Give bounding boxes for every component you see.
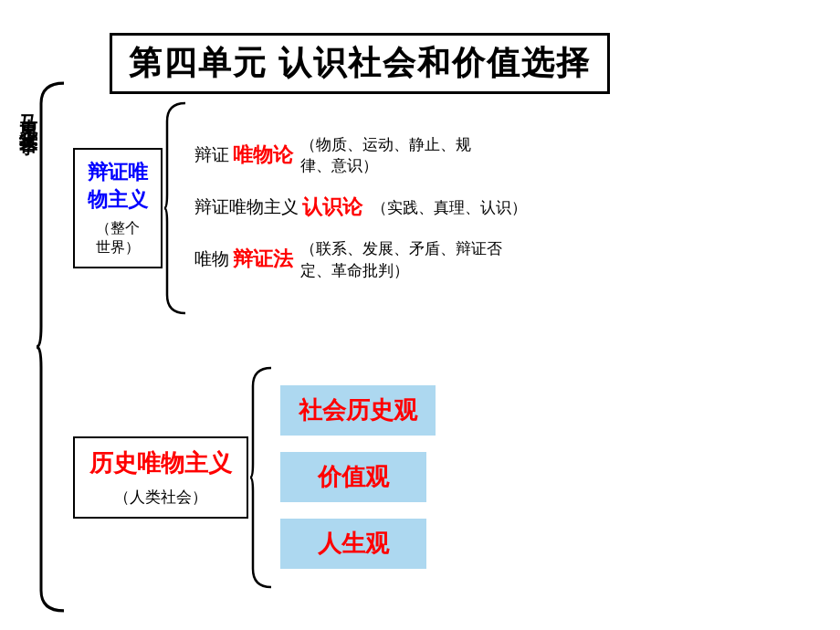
dialectical-materialist-box: 辩证唯 物主义 （整个 世界） xyxy=(73,148,163,268)
lower-branches: 社会历史观 价值观 人生观 xyxy=(280,385,436,569)
branch-epistemology: 辩证唯物主义 认识论 （实践、真理、认识） xyxy=(194,194,527,222)
branch-social-history: 社会历史观 xyxy=(280,385,436,436)
upper-branches: 辩证 唯物论 （物质、运动、静止、规律、意识） 辩证唯物主义 认识论 （实践、真… xyxy=(194,134,527,282)
outer-brace-icon xyxy=(32,73,68,621)
lower-section: 历史唯物主义 （人类社会） 社会历史观 xyxy=(41,342,831,621)
historical-materialist-label: 历史唯物主义 xyxy=(89,447,232,479)
branch-life-view: 人生观 xyxy=(280,519,436,569)
branch-dialectics: 唯物 辩证法 （联系、发展、矛盾、辩证否定、革命批判） xyxy=(194,238,527,282)
branch-values: 价值观 xyxy=(280,452,436,502)
diagram-container: 辩证唯 物主义 （整个 世界） 辩证 唯物论 （物质、运动、静止、规律、意识） xyxy=(41,73,831,621)
historical-materialist-sub: （人类社会） xyxy=(89,487,232,508)
dialectical-materialist-sub: （整个 世界） xyxy=(88,219,148,257)
social-history-box: 社会历史观 xyxy=(280,385,436,436)
life-view-box: 人生观 xyxy=(280,519,426,569)
upper-section: 辩证唯 物主义 （整个 世界） 辩证 唯物论 （物质、运动、静止、规律、意识） xyxy=(41,73,831,342)
inner-brace-lower-icon xyxy=(248,359,276,596)
inner-brace-upper-icon xyxy=(163,99,190,318)
values-box: 价值观 xyxy=(280,452,426,502)
dialectical-materialist-label: 辩证唯 物主义 xyxy=(88,159,148,214)
branch-materialist: 辩证 唯物论 （物质、运动、静止、规律、意识） xyxy=(194,134,527,178)
historical-materialist-box: 历史唯物主义 （人类社会） xyxy=(73,436,248,519)
